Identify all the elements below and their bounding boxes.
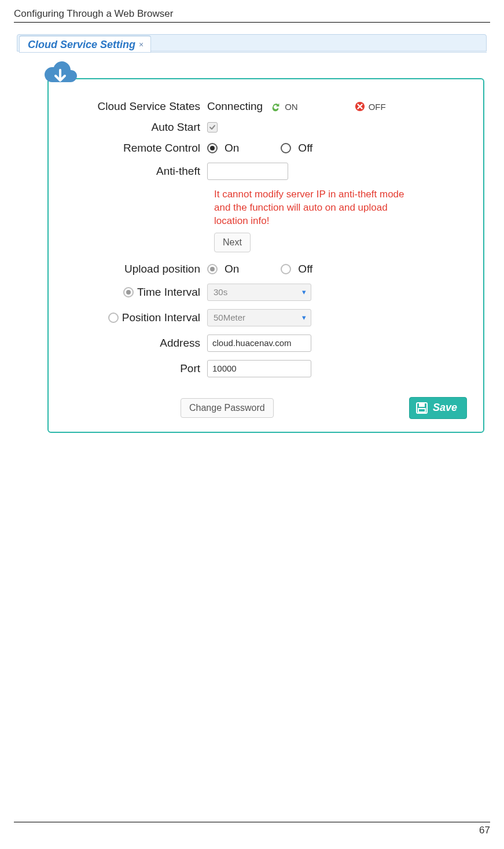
upload-position-label: Upload position — [65, 263, 207, 275]
anti-theft-input[interactable] — [207, 163, 288, 180]
time-interval-label: Time Interval — [137, 286, 200, 299]
position-interval-radio[interactable] — [108, 313, 119, 323]
tab-cloud-service-setting[interactable]: Cloud Service Setting × — [19, 35, 151, 53]
position-interval-value: 50Meter — [214, 313, 245, 322]
upload-position-off-text: Off — [298, 263, 312, 275]
tab-title: Cloud Service Setting — [28, 36, 135, 53]
check-icon — [209, 124, 216, 131]
save-button-label: Save — [433, 402, 457, 414]
address-label: Address — [65, 337, 207, 350]
auto-start-checkbox[interactable] — [207, 122, 218, 133]
remote-control-on-text: On — [225, 142, 239, 155]
status-off-badge: OFF — [355, 101, 386, 112]
status-on-badge: ON — [271, 101, 298, 112]
position-interval-select[interactable]: 50Meter ▾ — [207, 309, 311, 326]
cloud-service-states-value: Connecting — [207, 100, 263, 113]
anti-theft-warning-text: It cannot modify server IP in anti-theft… — [214, 188, 422, 228]
cloud-download-icon — [42, 58, 79, 84]
upload-position-on-text: On — [225, 263, 239, 275]
upload-position-on-radio[interactable] — [207, 264, 218, 274]
tab-bar: Cloud Service Setting × — [14, 33, 490, 53]
time-interval-select[interactable]: 30s ▾ — [207, 284, 311, 301]
upload-position-off-radio[interactable] — [281, 264, 291, 274]
port-input[interactable] — [207, 360, 311, 377]
anti-theft-label: Anti-theft — [65, 165, 207, 178]
next-button[interactable]: Next — [214, 233, 251, 252]
remote-control-on-radio[interactable] — [207, 143, 218, 153]
address-input[interactable] — [207, 335, 311, 352]
auto-start-label: Auto Start — [65, 121, 207, 134]
time-interval-value: 30s — [214, 287, 227, 297]
svg-rect-2 — [419, 403, 425, 407]
off-text: OFF — [369, 102, 386, 112]
refresh-icon — [271, 101, 281, 112]
cloud-service-panel: Cloud Service States Connecting ON — [47, 78, 484, 433]
page-number: 67 — [14, 822, 490, 836]
save-icon — [415, 402, 428, 414]
cloud-service-states-label: Cloud Service States — [65, 100, 207, 113]
port-label: Port — [65, 362, 207, 375]
chevron-down-icon: ▾ — [302, 288, 306, 296]
on-text: ON — [285, 102, 298, 112]
error-circle-icon — [355, 101, 365, 112]
remote-control-off-radio[interactable] — [281, 143, 291, 153]
close-icon[interactable]: × — [139, 36, 144, 53]
chevron-down-icon: ▾ — [302, 313, 306, 322]
page-header-title: Configuring Through a Web Browser — [14, 8, 490, 23]
svg-rect-3 — [418, 409, 425, 412]
time-interval-radio[interactable] — [123, 287, 134, 297]
remote-control-off-text: Off — [298, 142, 312, 155]
save-button[interactable]: Save — [409, 397, 467, 419]
remote-control-label: Remote Control — [65, 142, 207, 155]
change-password-button[interactable]: Change Password — [181, 398, 274, 418]
position-interval-label: Position Interval — [122, 311, 200, 324]
